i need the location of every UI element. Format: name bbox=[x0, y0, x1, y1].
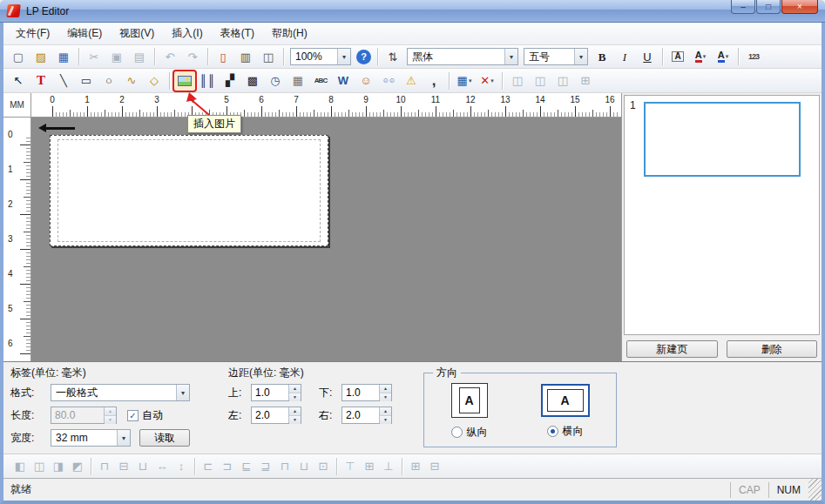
font-combobox[interactable]: 黑体 ▾ bbox=[407, 48, 518, 65]
chevron-down-icon[interactable]: ▾ bbox=[703, 53, 707, 60]
insert-qr-code-icon[interactable]: ▩ bbox=[242, 71, 263, 91]
spin-down-icon[interactable]: ▼ bbox=[380, 416, 391, 424]
spin-up-icon[interactable]: ▲ bbox=[380, 407, 391, 416]
barcode-adjust-icon[interactable]: ⇅ bbox=[382, 47, 403, 66]
chevron-down-icon[interactable]: ▾ bbox=[504, 49, 517, 64]
quote-icon[interactable]: , bbox=[423, 71, 444, 91]
portrait-orientation-icon[interactable]: A bbox=[451, 383, 488, 418]
margin-bottom-spinner[interactable]: 1.0 ▲ ▼ bbox=[341, 384, 392, 401]
page-list[interactable]: 1 bbox=[624, 95, 820, 335]
help-icon[interactable]: ? bbox=[356, 50, 371, 64]
delete-page-button[interactable]: 删除 bbox=[727, 340, 818, 358]
chevron-down-icon[interactable]: ▾ bbox=[337, 49, 350, 64]
read-button[interactable]: 读取 bbox=[139, 429, 190, 447]
numbering-icon[interactable]: 123 bbox=[743, 47, 764, 66]
spinner-buttons[interactable]: ▲ ▼ bbox=[379, 407, 391, 423]
spinner-buttons[interactable]: ▲ ▼ bbox=[288, 407, 301, 423]
chevron-down-icon[interactable]: ▾ bbox=[176, 385, 189, 400]
chevron-down-icon[interactable]: ▾ bbox=[469, 77, 472, 84]
width-combobox[interactable]: 32 mm ▾ bbox=[51, 429, 131, 447]
highlight-color-icon[interactable]: A▾ bbox=[713, 47, 734, 66]
freeform-tool-icon[interactable]: ◇ bbox=[144, 71, 165, 91]
spin-down-icon[interactable]: ▼ bbox=[289, 416, 301, 424]
spin-down-icon[interactable]: ▼ bbox=[380, 393, 391, 401]
chevron-down-icon[interactable]: ▾ bbox=[726, 53, 729, 60]
insert-barcode-icon[interactable]: ║║ bbox=[197, 71, 218, 91]
spin-up-icon[interactable]: ▲ bbox=[289, 407, 301, 416]
italic-button[interactable]: I bbox=[614, 47, 635, 66]
print-preview-icon[interactable]: ▯ bbox=[213, 47, 233, 66]
close-button[interactable]: × bbox=[781, 0, 818, 14]
format-combobox[interactable]: 一般格式 ▾ bbox=[51, 384, 190, 401]
chevron-down-icon[interactable]: ▾ bbox=[574, 49, 587, 64]
margin-left-spinner[interactable]: 2.0 ▲ ▼ bbox=[251, 407, 301, 424]
line-tool-icon[interactable]: ╲ bbox=[53, 71, 74, 91]
print-setup-icon[interactable]: ◫ bbox=[258, 47, 279, 66]
curve-tool-icon[interactable]: ∿ bbox=[121, 71, 142, 91]
check-icon: ✓ bbox=[129, 411, 136, 420]
auto-checkbox-label[interactable]: 自动 bbox=[142, 408, 163, 423]
print-icon[interactable]: ▥ bbox=[235, 47, 256, 66]
user-icon[interactable]: ☺ bbox=[355, 71, 376, 91]
users-icon[interactable]: ☺☺ bbox=[378, 71, 399, 91]
spin-down-icon[interactable]: ▼ bbox=[289, 393, 301, 401]
margin-right-spinner[interactable]: 2.0 ▲ ▼ bbox=[341, 407, 392, 424]
font-color-icon[interactable]: A▾ bbox=[690, 47, 711, 66]
menu-table[interactable]: 表格(T) bbox=[212, 23, 263, 44]
table-menu-icon[interactable]: ▦▾ bbox=[454, 71, 475, 91]
landscape-radio[interactable] bbox=[547, 426, 558, 437]
spell-check-icon[interactable]: ABC bbox=[310, 71, 331, 91]
same-height-icon: ⊐ bbox=[219, 457, 236, 476]
margin-top-spinner[interactable]: 1.0 ▲ ▼ bbox=[251, 384, 301, 401]
minimize-button[interactable]: – bbox=[731, 0, 755, 14]
design-canvas[interactable] bbox=[31, 118, 621, 361]
spinner-buttons[interactable]: ▲ ▼ bbox=[288, 385, 301, 400]
portrait-radio-label[interactable]: 纵向 bbox=[467, 425, 488, 440]
chevron-down-icon[interactable]: ▾ bbox=[117, 430, 130, 446]
new-page-button[interactable]: 新建页 bbox=[626, 340, 718, 358]
spinner-buttons[interactable]: ▲ ▼ bbox=[379, 385, 391, 400]
text-tool-icon[interactable]: T bbox=[30, 71, 51, 91]
label-sheet[interactable] bbox=[50, 135, 328, 246]
insert-2d-code-icon[interactable]: ▞ bbox=[220, 71, 240, 91]
menu-help[interactable]: 帮助(H) bbox=[263, 23, 316, 44]
ungroup-icon: ⊟ bbox=[426, 457, 443, 476]
word-import-icon[interactable]: W bbox=[333, 71, 354, 91]
portrait-option[interactable]: A 纵向 bbox=[451, 383, 488, 440]
landscape-radio-label[interactable]: 横向 bbox=[563, 424, 584, 439]
menu-file[interactable]: 文件(F) bbox=[7, 23, 58, 44]
landscape-orientation-icon[interactable]: A bbox=[541, 384, 590, 417]
auto-checkbox[interactable]: ✓ bbox=[127, 410, 139, 421]
font-size-combobox[interactable]: 五号 ▾ bbox=[524, 48, 588, 65]
insert-calendar-icon[interactable]: ▦ bbox=[287, 71, 308, 91]
fit-width-icon: ⊒ bbox=[257, 457, 274, 476]
spin-up-icon[interactable]: ▲ bbox=[380, 385, 391, 393]
zoom-combobox[interactable]: 100% ▾ bbox=[290, 48, 351, 65]
character-border-icon[interactable]: A bbox=[667, 47, 688, 66]
insert-datetime-icon[interactable]: ◷ bbox=[265, 71, 286, 91]
delete-menu-icon[interactable]: ✕▾ bbox=[477, 71, 497, 91]
h-ruler-number: 8 bbox=[323, 95, 339, 104]
resize-grip[interactable] bbox=[808, 479, 822, 501]
warning-icon[interactable]: ⚠ bbox=[401, 71, 422, 91]
bold-button[interactable]: B bbox=[592, 47, 612, 66]
menu-insert[interactable]: 插入(I) bbox=[163, 23, 211, 44]
save-icon[interactable]: ▦ bbox=[53, 47, 74, 66]
chevron-down-icon[interactable]: ▾ bbox=[490, 77, 494, 84]
ellipse-tool-icon[interactable]: ○ bbox=[98, 71, 119, 91]
landscape-option[interactable]: A 横向 bbox=[541, 384, 590, 439]
underline-button[interactable]: U bbox=[637, 47, 658, 66]
portrait-radio[interactable] bbox=[451, 427, 463, 438]
v-ruler-number: 2 bbox=[8, 199, 13, 209]
status-bar: 就绪 CAP NUM bbox=[3, 478, 822, 501]
spin-up-icon[interactable]: ▲ bbox=[289, 385, 301, 393]
new-file-icon[interactable]: ▢ bbox=[8, 47, 29, 66]
menu-edit[interactable]: 编辑(E) bbox=[58, 23, 111, 44]
maximize-button[interactable]: □ bbox=[756, 0, 781, 14]
open-folder-icon[interactable]: ▨ bbox=[30, 47, 51, 66]
insert-image-icon[interactable]: 插入图片 bbox=[174, 71, 195, 91]
select-tool-icon[interactable]: ↖ bbox=[8, 71, 29, 91]
rectangle-tool-icon[interactable]: ▭ bbox=[76, 71, 97, 91]
menu-view[interactable]: 视图(V) bbox=[111, 23, 163, 44]
page-thumbnail[interactable] bbox=[644, 102, 801, 177]
